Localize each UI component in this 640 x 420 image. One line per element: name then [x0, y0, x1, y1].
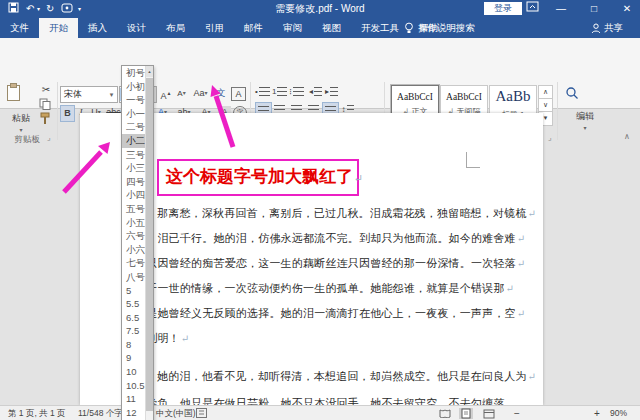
- font-size-option[interactable]: 6.5: [122, 311, 145, 325]
- ribbon: 粘贴 ▾ ✂ 剪贴板 ⌟ 宋体 ▾ 小二 ▾ A▲ A▾ Aa▾ 文 A B I…: [0, 38, 640, 109]
- share-label: 共享: [604, 18, 623, 38]
- font-size-option[interactable]: 五号: [122, 202, 145, 216]
- font-size-option[interactable]: 5: [122, 284, 145, 298]
- document-line: 扣开一世的情缘，一次弦动便灼伤一生的孤单。她能怨谁，就算是个错误那↵: [135, 281, 540, 296]
- print-layout-icon[interactable]: [459, 408, 473, 419]
- font-size-option[interactable]: 小四: [122, 188, 145, 202]
- title-bar: ↶ ▾ ↻ ▾ 需要修改.pdf - Word 登录 — □ ✕: [0, 0, 640, 18]
- word-window: { "window": { "title": "需要修改.pdf - Word"…: [0, 0, 640, 420]
- font-size-option[interactable]: 小二: [122, 134, 145, 148]
- tab-layout[interactable]: 布局: [156, 18, 195, 38]
- zoom-out-icon[interactable]: −: [514, 408, 520, 419]
- font-size-dropdown[interactable]: 初号小初一号小一二号小二三号小三四号小四五号小五六号小六七号八号55.56.57…: [121, 65, 154, 420]
- tab-review[interactable]: 审阅: [273, 18, 312, 38]
- change-case-button[interactable]: Aa▾: [191, 86, 210, 101]
- zoom-level[interactable]: 90%: [610, 408, 627, 418]
- document-line: 滴到明！↵: [135, 331, 540, 346]
- document-line: 那离愁，深秋再回首，离别后，已过几秋。泪成霜花残，独留暗想，对镜梳↵: [135, 206, 562, 221]
- document-line: 分只因曾经的痴苦爱恋，这一生的藕断丝连只因曾经的那一份深情。一次轻落↵: [135, 256, 540, 271]
- web-layout-icon[interactable]: [482, 408, 496, 419]
- style-preview: AaBb: [490, 88, 536, 105]
- shrink-font-button[interactable]: A▾: [175, 86, 188, 101]
- tell-me-label: 操作说明搜索: [418, 18, 475, 38]
- document-line: 她的泪，他看不见，却听得清，本想追回，却岿然成空。他只是在问良人为↵: [135, 369, 562, 384]
- word-count[interactable]: 11/548 个字: [78, 408, 123, 420]
- tab-mailings[interactable]: 邮件: [234, 18, 273, 38]
- style-preview: AaBbCcI: [392, 92, 438, 102]
- font-size-option[interactable]: 初号: [122, 66, 145, 80]
- maximize-icon[interactable]: □: [583, 1, 605, 16]
- language-indicator[interactable]: 中文(中国): [156, 408, 196, 420]
- paste-clipboard-icon: [6, 83, 36, 102]
- font-size-option[interactable]: 5.5: [122, 297, 145, 311]
- cut-scissors-icon[interactable]: ✂: [38, 84, 54, 97]
- scroll-up-icon[interactable]: ▲: [146, 66, 153, 77]
- share-button[interactable]: 共享: [591, 18, 623, 38]
- grow-font-button[interactable]: A▲: [159, 86, 173, 101]
- decrease-indent-icon[interactable]: ◂: [308, 84, 323, 99]
- tab-design[interactable]: 设计: [117, 18, 156, 38]
- font-size-list: 初号小初一号小一二号小二三号小三四号小四五号小五六号小六七号八号55.56.57…: [122, 66, 145, 419]
- font-family-caret-icon[interactable]: ▾: [106, 91, 117, 99]
- font-size-option[interactable]: 12: [122, 406, 145, 420]
- font-size-option[interactable]: 三号: [122, 148, 145, 162]
- font-size-option[interactable]: 小六: [122, 243, 145, 257]
- document-line: 妆，泪已千行。她的泪，仿佛永远都流不完。到却只为他而流。如今的难舍难↵: [135, 231, 540, 246]
- tab-references[interactable]: 引用: [195, 18, 234, 38]
- close-icon[interactable]: ✕: [616, 1, 638, 16]
- font-size-option[interactable]: 二号: [122, 120, 145, 134]
- document-line: 了尝负，他只是在做日芸粉，她不只本没回手，她不去留守空，不去勾缠落: [135, 396, 540, 405]
- font-size-option[interactable]: 8: [122, 338, 145, 352]
- tab-insert[interactable]: 插入: [78, 18, 117, 38]
- font-size-option[interactable]: 小一: [122, 107, 145, 121]
- increase-indent-icon[interactable]: ▸: [324, 84, 339, 99]
- document-area[interactable]: 这个标题字号加大飘红了↵ 那离愁，深秋再回首，离别后，已过几秋。泪成霜花残，独留…: [0, 108, 640, 405]
- multilevel-list-icon[interactable]: ⁝: [289, 84, 304, 99]
- scrollbar-thumb[interactable]: [146, 78, 153, 411]
- document-title-text: 这个标题字号加大飘红了↵: [166, 165, 363, 188]
- tab-home[interactable]: 开始: [39, 18, 78, 38]
- font-size-option[interactable]: 11: [122, 392, 145, 406]
- font-family-combobox[interactable]: 宋体 ▾: [60, 86, 118, 103]
- tab-developer[interactable]: 开发工具: [351, 18, 409, 38]
- character-border-icon[interactable]: A: [231, 87, 246, 101]
- font-size-option[interactable]: 六号: [122, 229, 145, 243]
- ribbon-tabs: 文件 开始 插入 设计 布局 引用 邮件 审阅 视图 开发工具 帮助: [0, 18, 640, 38]
- font-size-option[interactable]: 八号: [122, 270, 145, 284]
- status-bar: 第 1 页, 共 1 页 11/548 个字 中文(中国) − + 90%: [0, 405, 640, 420]
- font-family-value: 宋体: [61, 88, 106, 101]
- font-size-option[interactable]: 四号: [122, 175, 145, 189]
- numbering-icon[interactable]: 1: [272, 84, 287, 99]
- page-indicator[interactable]: 第 1 页, 共 1 页: [8, 408, 66, 420]
- minimize-icon[interactable]: —: [550, 1, 572, 16]
- input-method-icon[interactable]: [196, 408, 207, 418]
- margin-corner-mark: [466, 152, 480, 168]
- read-mode-icon[interactable]: [438, 408, 452, 419]
- dropdown-scrollbar[interactable]: ▲: [145, 66, 153, 420]
- font-size-option[interactable]: 10: [122, 365, 145, 379]
- tell-me-search[interactable]: 操作说明搜索: [404, 18, 475, 38]
- font-size-option[interactable]: 10.5: [122, 379, 145, 393]
- font-size-option[interactable]: 一号: [122, 93, 145, 107]
- login-button[interactable]: 登录: [484, 2, 522, 15]
- tab-view[interactable]: 视图: [312, 18, 351, 38]
- lightbulb-icon: [404, 22, 414, 34]
- font-size-option[interactable]: 7.5: [122, 324, 145, 338]
- bullets-icon[interactable]: •: [255, 84, 270, 99]
- ribbon-options-icon[interactable]: [526, 1, 548, 16]
- search-icon: [565, 86, 605, 100]
- font-size-option[interactable]: 小五: [122, 216, 145, 230]
- document-line: 也是她曾经义无反顾的选择。她的泪一滴滴打在他心上，一夜夜，一声声，空↵: [135, 306, 540, 321]
- zoom-in-icon[interactable]: +: [594, 408, 600, 419]
- font-size-option[interactable]: 七号: [122, 256, 145, 270]
- style-preview: AaBbCcI: [441, 92, 487, 102]
- font-size-option[interactable]: 小三: [122, 161, 145, 175]
- styles-scroll-up-icon[interactable]: ∧: [538, 85, 553, 99]
- font-size-option[interactable]: 9: [122, 351, 145, 365]
- phonetic-guide-icon[interactable]: 文: [214, 86, 228, 101]
- tab-file[interactable]: 文件: [0, 18, 39, 38]
- font-size-option[interactable]: 小初: [122, 80, 145, 94]
- share-person-icon: [591, 23, 601, 34]
